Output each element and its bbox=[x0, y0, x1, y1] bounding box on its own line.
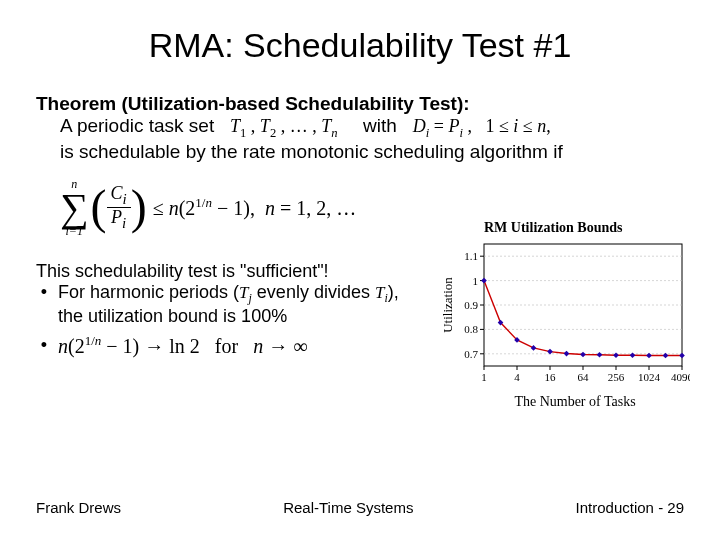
svg-rect-38 bbox=[597, 352, 603, 358]
svg-text:256: 256 bbox=[608, 371, 625, 383]
svg-text:16: 16 bbox=[545, 371, 557, 383]
ti-math: Ti bbox=[375, 283, 388, 302]
frac-num: Ci bbox=[107, 184, 131, 207]
svg-rect-36 bbox=[564, 351, 570, 357]
svg-rect-41 bbox=[646, 353, 652, 359]
svg-text:Utilization: Utilization bbox=[440, 277, 455, 333]
slide-footer: Frank Drews Real-Time Systems Introducti… bbox=[36, 499, 684, 516]
svg-text:4: 4 bbox=[514, 371, 520, 383]
harmonic-a: For harmonic periods ( bbox=[58, 282, 239, 302]
ci-over-pi: Ci Pi bbox=[107, 184, 131, 232]
footer-center: Real-Time Systems bbox=[283, 499, 413, 516]
chart-xlabel: The Number of Tasks bbox=[460, 394, 690, 410]
theorem-l1-prefix: A periodic task set bbox=[60, 115, 214, 136]
harmonic-c: ), bbox=[388, 282, 399, 302]
svg-text:0.9: 0.9 bbox=[464, 299, 478, 311]
harmonic-d: the utilization bound is 100% bbox=[58, 306, 287, 326]
svg-rect-40 bbox=[630, 352, 636, 358]
svg-text:1024: 1024 bbox=[638, 371, 661, 383]
theorem-line-1: A periodic task set T1 , T2 , … , Tn wit… bbox=[60, 115, 684, 141]
svg-text:1: 1 bbox=[481, 371, 487, 383]
svg-rect-31 bbox=[481, 278, 487, 284]
sum-lower: i=1 bbox=[66, 224, 83, 239]
theorem-line-2: is schedulable by the rate monotonic sch… bbox=[60, 141, 684, 163]
svg-rect-39 bbox=[613, 352, 619, 358]
svg-text:64: 64 bbox=[578, 371, 590, 383]
footer-right: Introduction - 29 bbox=[576, 499, 684, 516]
bullet-dot-icon: • bbox=[36, 335, 52, 356]
constraint-math: Di = Pi , 1 ≤ i ≤ n, bbox=[413, 116, 551, 136]
slide-title: RMA: Schedulability Test #1 bbox=[36, 26, 684, 65]
svg-text:0.8: 0.8 bbox=[464, 323, 478, 335]
chart-title: RM Utilization Bounds bbox=[484, 220, 690, 236]
bullet-dot-icon: • bbox=[36, 282, 52, 303]
formula-tail: ≤ n(21/n − 1), n = 1, 2, … bbox=[153, 195, 357, 220]
summation-symbol: n ∑ i=1 bbox=[60, 177, 89, 239]
svg-rect-37 bbox=[580, 352, 586, 358]
tj-math: Tj bbox=[239, 283, 252, 302]
frac-den: Pi bbox=[107, 208, 130, 231]
harmonic-b: evenly divides bbox=[252, 282, 375, 302]
footer-left: Frank Drews bbox=[36, 499, 121, 516]
svg-text:4096: 4096 bbox=[671, 371, 690, 383]
theorem-with: with bbox=[363, 115, 397, 136]
svg-text:1: 1 bbox=[473, 275, 479, 287]
limit-math: n(21/n − 1) → ln 2 for n → ∞ bbox=[58, 333, 307, 358]
svg-text:0.7: 0.7 bbox=[464, 348, 478, 360]
task-set-math: T1 , T2 , … , Tn bbox=[230, 116, 342, 136]
rm-utilization-chart: RM Utilization Bounds 0.70.80.911.114166… bbox=[440, 220, 690, 410]
svg-text:1.1: 1.1 bbox=[464, 250, 478, 262]
paren-frac: ( Ci Pi ) bbox=[91, 184, 147, 232]
chart-svg: 0.70.80.911.114166425610244096Utilizatio… bbox=[440, 238, 690, 388]
theorem-heading: Theorem (Utilization-based Schedulabilit… bbox=[36, 93, 684, 115]
svg-rect-34 bbox=[531, 345, 537, 351]
svg-rect-42 bbox=[663, 353, 669, 359]
